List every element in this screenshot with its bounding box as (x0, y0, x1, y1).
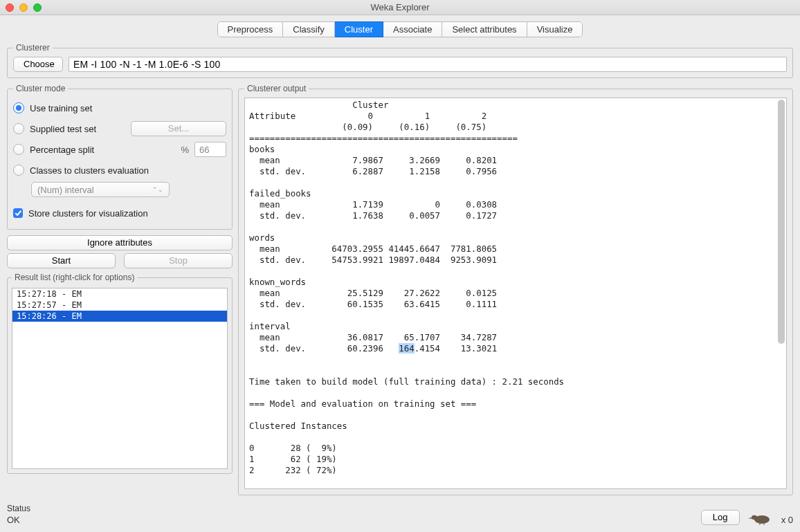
clusterer-legend: Clusterer (13, 43, 53, 53)
percent-symbol: % (181, 145, 189, 155)
radio-percentage-row[interactable]: Percentage split % (13, 139, 226, 160)
clusterer-output-panel: Clusterer output Cluster Attribute 0 1 2… (238, 84, 793, 495)
result-list[interactable]: 15:27:18 - EM 15:27:57 - EM 15:28:26 - E… (12, 288, 228, 469)
status-legend: Status (7, 504, 694, 513)
radio-training-label: Use training set (30, 103, 92, 113)
ignore-attributes-button[interactable]: Ignore attributes (7, 235, 233, 250)
percentage-input (194, 142, 226, 157)
set-button: Set... (131, 121, 226, 136)
weka-bird-icon (747, 511, 774, 525)
svg-point-1 (752, 515, 757, 520)
status-bar: Status OK Log x 0 (7, 504, 793, 525)
cluster-mode-legend: Cluster mode (13, 84, 68, 93)
main-tabs: Preprocess Classify Cluster Associate Se… (0, 15, 800, 42)
status-value: OK (7, 515, 694, 525)
tab-select-attributes[interactable]: Select attributes (442, 21, 527, 37)
radio-classes-label: Classes to clusters evaluation (30, 165, 149, 176)
clusterer-output-legend: Clusterer output (244, 84, 309, 93)
radio-classes-row[interactable]: Classes to clusters evaluation (13, 160, 226, 181)
clusterer-output-text[interactable]: Cluster Attribute 0 1 2 (0.09) (0.16) (0… (244, 98, 787, 489)
tab-preprocess[interactable]: Preprocess (217, 21, 284, 37)
store-clusters-row[interactable]: Store clusters for visualization (13, 203, 226, 223)
radio-supplied[interactable] (13, 123, 24, 134)
result-list-panel: Result list (right-click for options) 15… (7, 273, 233, 474)
store-clusters-label: Store clusters for visualization (28, 208, 148, 219)
result-list-legend: Result list (right-click for options) (12, 273, 137, 282)
radio-percentage[interactable] (13, 144, 24, 155)
tab-cluster[interactable]: Cluster (335, 21, 383, 37)
result-item[interactable]: 15:27:18 - EM (12, 288, 227, 300)
radio-supplied-row[interactable]: Supplied test set Set... (13, 118, 226, 139)
window-titlebar: Weka Explorer (0, 0, 800, 15)
tab-visualize[interactable]: Visualize (527, 21, 583, 37)
chevron-updown-icon: ⌃⌄ (152, 186, 163, 193)
tab-associate[interactable]: Associate (383, 21, 442, 37)
window-title: Weka Explorer (0, 2, 800, 12)
clusterer-options-input[interactable] (69, 57, 787, 72)
output-scrollbar[interactable] (778, 100, 785, 487)
start-button[interactable]: Start (7, 253, 116, 268)
result-item[interactable]: 15:27:57 - EM (12, 300, 227, 311)
choose-button[interactable]: Choose (13, 57, 63, 72)
task-count: x 0 (781, 515, 793, 525)
class-attribute-value: (Num) interval (37, 185, 94, 195)
tab-classify[interactable]: Classify (283, 21, 335, 37)
clusterer-panel: Clusterer Choose (7, 43, 793, 78)
radio-training[interactable] (13, 102, 24, 113)
radio-supplied-label: Supplied test set (30, 124, 125, 134)
radio-classes[interactable] (13, 165, 24, 176)
store-clusters-checkbox[interactable] (13, 208, 23, 218)
log-button[interactable]: Log (701, 510, 740, 525)
class-attribute-select: (Num) interval ⌃⌄ (31, 182, 170, 197)
radio-training-row[interactable]: Use training set (13, 98, 226, 118)
stop-button: Stop (124, 253, 233, 268)
radio-percentage-label: Percentage split (30, 145, 175, 155)
cluster-mode-panel: Cluster mode Use training set Supplied t… (7, 84, 233, 230)
result-item[interactable]: 15:28:26 - EM (12, 311, 227, 322)
